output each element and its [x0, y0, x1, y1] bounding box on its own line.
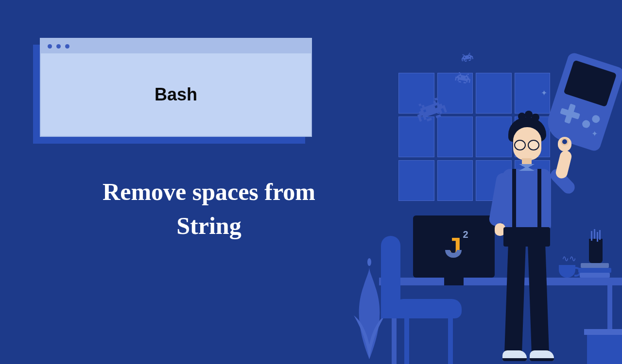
person-leg-right — [528, 244, 549, 351]
glasses-icon — [513, 140, 540, 149]
book — [578, 268, 611, 273]
person-leg-left — [504, 244, 526, 351]
suspender — [537, 169, 541, 229]
chair-leg — [404, 318, 409, 364]
monitor-stand — [444, 278, 464, 285]
sparkle-icon: ✦ — [591, 129, 598, 138]
storage-box — [587, 334, 622, 364]
window-body: Bash — [41, 53, 311, 136]
person-illustration — [485, 102, 572, 364]
person-shoe-right — [530, 350, 554, 361]
logo-superscript: 2 — [463, 229, 468, 240]
pencil-holder — [589, 239, 603, 263]
window-dot — [56, 44, 61, 49]
chair-leg — [448, 318, 453, 364]
browser-window: Bash — [40, 38, 312, 137]
chair-seat — [394, 299, 462, 318]
illustration-scene: ✦ ✦ J 2 ∿∿ — [364, 53, 622, 364]
window-titlebar — [41, 39, 311, 53]
window-dot — [65, 44, 69, 49]
gameboy-button — [591, 114, 601, 124]
gameboy-button — [581, 119, 591, 129]
svg-point-0 — [367, 258, 371, 266]
sparkle-icon: ✦ — [541, 88, 547, 98]
gameboy-screen — [563, 60, 617, 107]
page-subtitle: Remove spaces from String — [68, 175, 350, 243]
person-forearm-right — [554, 149, 572, 180]
space-invader-icon — [454, 71, 472, 89]
monitor-logo: J 2 — [446, 231, 461, 263]
window-dot — [48, 44, 52, 49]
bowtie-icon — [519, 164, 535, 171]
space-invader-icon — [461, 52, 474, 66]
person-pants — [503, 227, 550, 247]
person-torso — [502, 169, 551, 229]
book — [581, 263, 609, 268]
person-shoe-left — [502, 350, 527, 361]
book — [580, 273, 610, 278]
monitor: J 2 — [413, 215, 495, 278]
person-hand-right-ok — [558, 137, 571, 151]
suspender — [512, 169, 516, 229]
books-stack — [578, 263, 611, 278]
window-title: Bash — [155, 84, 197, 105]
